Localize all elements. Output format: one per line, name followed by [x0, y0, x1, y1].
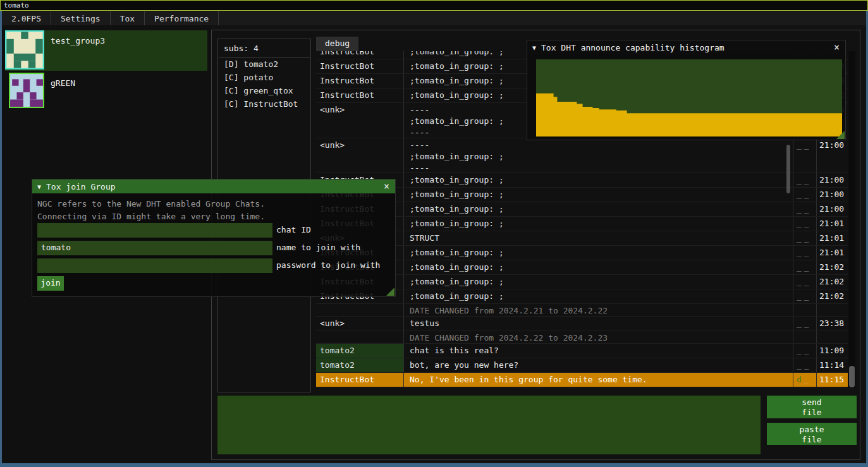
sidebar-item-test-group3[interactable]: test_group3 [5, 30, 207, 71]
fps-indicator: 2.0FPS [2, 11, 51, 25]
chat-message-row[interactable]: InstructBot;tomato_in_group: ;__21:02 [316, 275, 848, 289]
window-titlebar[interactable]: tomato [0, 0, 868, 11]
sender-name: InstructBot [316, 51, 403, 59]
message-status: __ [793, 344, 816, 358]
message-timestamp: 21:02 [816, 289, 848, 303]
member-instructbot[interactable]: [C] InstructBot [218, 97, 310, 111]
message-status: __ [793, 231, 816, 245]
sender-name: <unk> [316, 138, 403, 173]
chat-message-row[interactable]: InstructBot;tomato_in_group: ;__21:00 [316, 173, 848, 188]
join-desc-line2: Connecting via ID might take a very long… [37, 210, 395, 223]
menu-settings[interactable]: Settings [51, 11, 110, 25]
join-name-label: name to join with [272, 241, 360, 255]
message-status: __ [793, 275, 816, 289]
group-avatar-test-group3 [5, 30, 44, 71]
chat-message-row[interactable]: InstructBot;tomato_in_group: ;__21:02 [316, 289, 848, 304]
message-status: __ [793, 173, 816, 187]
chat-message-row[interactable]: InstructBot;tomato_in_group: ;__21:02 [316, 260, 848, 275]
message-timestamp: 21:00 [816, 173, 848, 187]
chat-message-row[interactable]: InstructBot;tomato_in_group: ;__21:01 [316, 246, 848, 260]
resize-grip[interactable] [836, 131, 845, 139]
sender-name [316, 331, 403, 343]
group-avatar-green [5, 73, 44, 108]
message-timestamp: 21:01 [816, 217, 848, 231]
sender-name: tomato2 [316, 344, 403, 358]
chat-message-row[interactable]: InstructBotNo, I've been in this group f… [316, 373, 848, 387]
tab-debug[interactable]: debug [316, 37, 358, 51]
date-changed-row: DATE CHANGED from 2024.2.21 to 2024.2.22 [316, 304, 848, 317]
menu-performance[interactable]: Performance [145, 11, 218, 25]
menu-separator [218, 11, 219, 25]
message-timestamp: 11:09 [816, 344, 848, 358]
member-potato[interactable]: [C] potato [218, 71, 310, 84]
sidebar-item-green[interactable]: gREEN [5, 73, 207, 108]
member-green-qtox[interactable]: [C] green_qtox [218, 84, 310, 97]
join-group-titlebar[interactable]: ▼ Tox join Group × [32, 179, 395, 193]
message-status: __ [793, 188, 816, 202]
join-password-input[interactable] [37, 258, 272, 273]
message-text: testus [403, 317, 793, 331]
join-desc-line1: NGC refers to the New DHT enabled Group … [37, 198, 395, 210]
message-text: ;tomato_in_group: ; [403, 173, 793, 187]
collapse-arrow-icon[interactable]: ▼ [532, 44, 536, 51]
chat-message-row[interactable]: InstructBot;tomato_in_group: ;__21:00 [316, 202, 848, 217]
message-column-scrollbar[interactable] [786, 145, 790, 193]
message-status: __ [793, 317, 816, 331]
collapse-arrow-icon[interactable]: ▼ [37, 183, 41, 190]
chat-message-row[interactable]: <unk>STRUCT__21:01 [316, 231, 848, 246]
message-status: __ [793, 260, 816, 274]
join-button[interactable]: join [37, 276, 64, 291]
message-status: __ [793, 138, 816, 173]
window-title: tomato [4, 1, 29, 9]
message-status: __ [793, 217, 816, 231]
message-timestamp: 21:01 [816, 246, 848, 260]
close-icon[interactable]: × [382, 181, 391, 192]
chat-message-row[interactable]: <unk>---- ;tomato_in_group: ; ----__21:0… [316, 138, 848, 173]
message-status: __ [793, 246, 816, 260]
message-timestamp: 21:00 [816, 188, 848, 202]
join-group-window: ▼ Tox join Group × NGC refers to the New… [32, 179, 396, 297]
menu-tox[interactable]: Tox [111, 11, 144, 25]
chat-message-row[interactable]: InstructBot;tomato_in_group: ;__21:00 [316, 188, 848, 202]
dht-histogram-plot [536, 59, 842, 136]
sender-name: InstructBot [316, 88, 403, 102]
join-password-label: password to join with [272, 258, 380, 273]
message-text: ;tomato_in_group: ; [403, 202, 793, 216]
resize-grip[interactable] [386, 288, 394, 296]
chat-message-row[interactable]: tomato2chat is this real?__11:09 [316, 344, 848, 358]
chat-scrollbar-track[interactable] [848, 51, 855, 388]
message-text: ;tomato_in_group: ; [403, 260, 793, 274]
send-file-button[interactable]: send file [767, 396, 857, 418]
paste-file-line1: paste [799, 425, 824, 434]
group-name: test_group3 [44, 30, 105, 71]
chat-id-input[interactable] [37, 223, 272, 238]
message-text: chat is this real? [403, 344, 793, 358]
chat-message-row[interactable]: tomato2bot, are you new here?__11:14 [316, 358, 848, 373]
join-name-input[interactable]: tomato [37, 241, 272, 255]
message-input[interactable] [217, 396, 761, 454]
send-file-line2: file [802, 408, 821, 417]
member-tomato2[interactable]: [D] tomato2 [218, 58, 310, 71]
close-icon[interactable]: × [832, 42, 841, 53]
message-timestamp: 21:01 [816, 231, 848, 245]
message-text: ;tomato_in_group: ; [403, 275, 793, 289]
message-text: bot, are you new here? [403, 358, 793, 372]
menu-bar: 2.0FPS Settings Tox Performance [2, 11, 866, 25]
message-timestamp [816, 331, 848, 343]
chat-scrollbar-handle[interactable] [849, 366, 855, 387]
message-timestamp [816, 304, 848, 316]
subs-count: subs: 4 [218, 39, 310, 57]
send-file-line1: send [802, 397, 821, 407]
message-timestamp: 23:38 [816, 317, 848, 331]
message-status: __ [793, 202, 816, 216]
dht-histogram-titlebar[interactable]: ▼ Tox DHT announce capability histogram … [527, 40, 845, 54]
message-timestamp: 21:00 [816, 202, 848, 216]
message-text: ;tomato_in_group: ; [403, 188, 793, 202]
paste-file-button[interactable]: paste file [767, 423, 857, 445]
chat-message-row[interactable]: <unk>testus__23:38 [316, 317, 848, 331]
message-text: No, I've been in this group for quite so… [403, 373, 793, 387]
paste-file-line2: file [802, 435, 821, 444]
message-timestamp: 11:15 [816, 373, 848, 387]
chat-message-row[interactable]: InstructBot;tomato_in_group: ;__21:01 [316, 217, 848, 231]
date-changed-row: DATE CHANGED from 2024.2.22 to 2024.2.23 [316, 331, 848, 344]
